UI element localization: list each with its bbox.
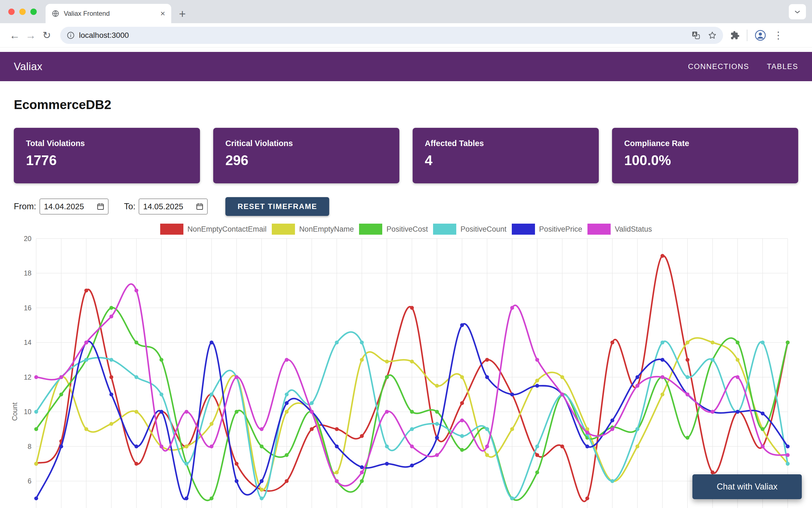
- browser-toolbar: ← → ↻ localhost:3000 ⋮: [0, 23, 812, 47]
- legend-swatch: [359, 224, 382, 235]
- reset-timeframe-button[interactable]: RESET TIMEFRAME: [226, 197, 329, 216]
- app-header: Valiax CONNECTIONS TABLES: [0, 52, 812, 81]
- stat-value: 100.0%: [624, 153, 786, 168]
- svg-text:6: 6: [28, 477, 32, 485]
- reload-button[interactable]: ↻: [39, 30, 55, 40]
- from-date-input[interactable]: 14.04.2025: [40, 199, 109, 214]
- svg-text:12: 12: [24, 373, 32, 381]
- chat-with-valiax-button[interactable]: Chat with Valiax: [692, 474, 802, 499]
- from-label: From:: [14, 202, 36, 211]
- legend-label: PositiveCount: [460, 225, 506, 234]
- address-bar[interactable]: localhost:3000: [60, 27, 723, 44]
- from-date-value: 14.04.2025: [44, 202, 84, 211]
- bookmark-star-icon[interactable]: [707, 31, 717, 40]
- violations-line-chart: 20181614121086Count: [0, 235, 812, 508]
- url-text: localhost:3000: [79, 31, 684, 40]
- window-zoom-button[interactable]: [30, 8, 37, 15]
- svg-text:10: 10: [24, 408, 32, 416]
- legend-swatch: [160, 224, 184, 235]
- globe-favicon-icon: [52, 10, 59, 17]
- window-close-button[interactable]: [8, 8, 15, 15]
- stat-card-critical-violations: Critical Violations 296: [213, 128, 399, 183]
- browser-tab-strip: Valiax Frontend × +: [0, 0, 812, 23]
- browser-menu-kebab-icon[interactable]: ⋮: [773, 30, 783, 40]
- legend-item[interactable]: PositiveCost: [359, 224, 428, 235]
- nav-item-connections[interactable]: CONNECTIONS: [688, 62, 749, 71]
- legend-item[interactable]: PositiveCount: [433, 224, 506, 235]
- legend-swatch: [433, 224, 456, 235]
- app-nav: CONNECTIONS TABLES: [688, 62, 798, 71]
- profile-avatar[interactable]: [755, 30, 766, 41]
- legend-swatch: [587, 224, 611, 235]
- new-tab-button[interactable]: +: [179, 8, 186, 20]
- svg-text:20: 20: [24, 235, 32, 242]
- app-brand: Valiax: [14, 61, 43, 73]
- to-date-value: 14.05.2025: [143, 202, 183, 211]
- extensions-puzzle-icon[interactable]: [730, 31, 740, 40]
- legend-swatch: [272, 224, 295, 235]
- stat-value: 4: [425, 153, 586, 168]
- site-info-icon[interactable]: [66, 31, 75, 40]
- legend-item[interactable]: PositivePrice: [512, 224, 582, 235]
- stat-card-compliance-rate: Compliance Rate 100.0%: [612, 128, 798, 183]
- legend-label: NonEmptyName: [299, 225, 354, 234]
- stat-card-affected-tables: Affected Tables 4: [413, 128, 599, 183]
- chart-legend: NonEmptyContactEmailNonEmptyNamePositive…: [0, 224, 812, 235]
- to-label: To:: [124, 202, 135, 211]
- legend-item[interactable]: NonEmptyName: [272, 224, 354, 235]
- legend-label: ValidStatus: [615, 225, 652, 234]
- browser-tab[interactable]: Valiax Frontend ×: [46, 4, 171, 23]
- stat-label: Affected Tables: [425, 139, 586, 148]
- legend-swatch: [512, 224, 535, 235]
- svg-text:16: 16: [24, 304, 32, 312]
- toolbar-divider: [747, 30, 747, 41]
- window-minimize-button[interactable]: [19, 8, 26, 15]
- tab-search-chevron-button[interactable]: [789, 4, 806, 19]
- stat-value: 296: [226, 153, 387, 168]
- timeframe-controls: From: 14.04.2025 To: 14.05.2025 RESET TI…: [14, 197, 329, 216]
- tab-close-icon[interactable]: ×: [160, 9, 165, 18]
- legend-label: NonEmptyContactEmail: [188, 225, 267, 234]
- to-date-input[interactable]: 14.05.2025: [139, 199, 208, 214]
- translate-icon[interactable]: [691, 31, 700, 40]
- window-controls: [8, 8, 37, 15]
- legend-item[interactable]: NonEmptyContactEmail: [160, 224, 267, 235]
- nav-item-tables[interactable]: TABLES: [767, 62, 798, 71]
- tab-title: Valiax Frontend: [64, 10, 160, 17]
- stat-label: Critical Violations: [226, 139, 387, 148]
- legend-label: PositiveCost: [387, 225, 428, 234]
- svg-text:14: 14: [24, 338, 32, 346]
- svg-text:Count: Count: [11, 403, 18, 421]
- svg-text:8: 8: [28, 442, 32, 450]
- stats-row: Total Violations 1776 Critical Violation…: [14, 128, 798, 183]
- stat-card-total-violations: Total Violations 1776: [14, 128, 200, 183]
- chevron-down-icon: [793, 8, 802, 16]
- stat-label: Compliance Rate: [624, 139, 786, 148]
- stat-value: 1776: [26, 153, 188, 168]
- stat-label: Total Violations: [26, 139, 188, 148]
- svg-text:18: 18: [24, 269, 32, 277]
- legend-item[interactable]: ValidStatus: [587, 224, 652, 235]
- calendar-icon[interactable]: [196, 202, 204, 211]
- forward-button[interactable]: →: [23, 30, 39, 41]
- page-title: EcommerceDB2: [14, 97, 111, 112]
- back-button[interactable]: ←: [7, 30, 23, 41]
- legend-label: PositivePrice: [539, 225, 582, 234]
- calendar-icon[interactable]: [96, 202, 105, 211]
- toolbar-right-cluster: ⋮: [730, 30, 783, 41]
